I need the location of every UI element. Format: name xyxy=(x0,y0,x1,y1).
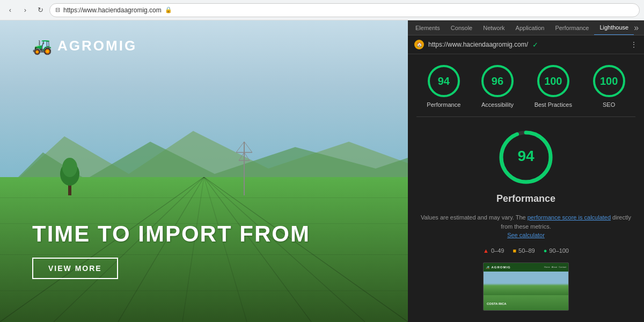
scores-summary-row: 94 Performance 96 Accessibility 100 Best… xyxy=(416,65,635,117)
score-seo: 100 SEO xyxy=(593,65,625,108)
main-score-label: Performance xyxy=(496,193,555,204)
fail-range: 0–49 xyxy=(491,247,504,254)
website-thumbnail: 🚜 AGROMIG Home About Contact COSTA RICA xyxy=(483,262,569,311)
header-icons: ⋮ xyxy=(630,40,638,49)
devtools-panel: Elements Console Network Application Per… xyxy=(408,20,644,322)
score-label-seo: SEO xyxy=(603,101,615,108)
forward-button[interactable]: › xyxy=(19,4,31,16)
field-lines-svg xyxy=(0,177,408,322)
svg-line-22 xyxy=(244,142,252,152)
bookmark-icon: ⊟ xyxy=(55,6,60,13)
thumb-nav: Home About Contact xyxy=(544,266,566,268)
tree-svg xyxy=(59,152,80,195)
forward-icon: › xyxy=(24,6,26,14)
more-tabs-icon[interactable]: » xyxy=(634,23,639,33)
thumb-logo-text: 🚜 AGROMIG xyxy=(486,265,511,269)
more-options-icon[interactable]: ⋮ xyxy=(630,40,638,49)
score-accessibility: 96 Accessibility xyxy=(481,65,514,108)
pass-icon: ● xyxy=(544,247,547,254)
score-circle-performance: 94 xyxy=(428,65,460,97)
svg-line-21 xyxy=(236,142,244,152)
power-tower-svg xyxy=(236,142,252,195)
fields-background xyxy=(0,177,408,322)
thumb-hero-text: COSTA RICA xyxy=(484,295,568,310)
score-label-accessibility: Accessibility xyxy=(481,101,514,108)
svg-point-17 xyxy=(62,158,77,177)
average-range: 50–89 xyxy=(518,247,535,254)
tab-elements[interactable]: Elements xyxy=(410,20,445,35)
score-circle-accessibility: 96 xyxy=(481,65,514,97)
svg-text:94: 94 xyxy=(517,148,535,164)
score-legend: ▲ 0–49 ■ 50–89 ● 90–100 xyxy=(416,247,635,254)
svg-line-24 xyxy=(244,152,250,160)
lighthouse-logo: 🏠 xyxy=(414,40,424,49)
url-display: https://www.haciendaagromig.com xyxy=(63,6,162,14)
score-circle-best-practices: 100 xyxy=(537,65,569,97)
main-score-section: 94 Performance xyxy=(416,128,635,204)
score-description: Values are estimated and may vary. The p… xyxy=(416,213,635,240)
pass-range: 90–100 xyxy=(549,247,569,254)
back-button[interactable]: ‹ xyxy=(4,4,16,16)
legend-pass: ● 90–100 xyxy=(544,247,569,254)
tab-application[interactable]: Application xyxy=(510,20,550,35)
tab-console[interactable]: Console xyxy=(445,20,478,35)
verified-icon: ✓ xyxy=(532,41,538,49)
refresh-button[interactable]: ↻ xyxy=(34,4,46,16)
lighthouse-header: 🏠 https://www.haciendaagromig.com/ ✓ ⋮ xyxy=(408,35,644,54)
back-icon: ‹ xyxy=(9,6,11,14)
calculator-link[interactable]: See calculator xyxy=(507,232,545,238)
main-area: 🚜 AGROMIG TIME TO IMPORT FROM VIEW MORE … xyxy=(0,20,644,322)
svg-line-23 xyxy=(239,152,244,160)
lighthouse-content: 94 Performance 96 Accessibility 100 Best… xyxy=(408,54,644,322)
score-circle-seo: 100 xyxy=(593,65,625,97)
logo-area: 🚜 AGROMIG xyxy=(32,36,137,55)
svg-rect-2 xyxy=(0,177,408,322)
score-label-best-practices: Best Practices xyxy=(535,101,572,108)
fail-icon: ▲ xyxy=(483,247,489,254)
logo-icon: 🚜 xyxy=(32,36,52,55)
perf-score-link[interactable]: performance score is calculated xyxy=(528,214,611,221)
thumbnail-area: 🚜 AGROMIG Home About Contact COSTA RICA xyxy=(416,262,635,311)
lighthouse-url: https://www.haciendaagromig.com/ xyxy=(428,41,528,48)
average-icon: ■ xyxy=(513,247,516,254)
score-best-practices: 100 Best Practices xyxy=(535,65,572,108)
tab-performance[interactable]: Performance xyxy=(550,20,594,35)
refresh-icon: ↻ xyxy=(38,6,43,14)
address-bar[interactable]: ⊟ https://www.haciendaagromig.com 🔒 xyxy=(49,3,640,17)
browser-chrome: ‹ › ↻ ⊟ https://www.haciendaagromig.com … xyxy=(0,0,644,20)
hero-text: TIME TO IMPORT FROM xyxy=(32,221,310,247)
devtools-tabs-row: Elements Console Network Application Per… xyxy=(408,20,644,35)
tab-lighthouse[interactable]: Lighthouse xyxy=(594,20,634,35)
tab-network[interactable]: Network xyxy=(478,20,510,35)
logo-text: AGROMIG xyxy=(57,38,137,54)
secure-icon: 🔒 xyxy=(165,6,172,13)
url-bar: 🏠 https://www.haciendaagromig.com/ ✓ xyxy=(414,40,538,49)
main-score-donut: 94 xyxy=(496,128,555,187)
legend-fail: ▲ 0–49 xyxy=(483,247,504,254)
legend-average: ■ 50–89 xyxy=(513,247,535,254)
score-performance: 94 Performance xyxy=(427,65,460,108)
score-label-performance: Performance xyxy=(427,101,460,108)
website-preview: 🚜 AGROMIG TIME TO IMPORT FROM VIEW MORE xyxy=(0,20,408,322)
view-more-button[interactable]: VIEW MORE xyxy=(32,258,118,279)
